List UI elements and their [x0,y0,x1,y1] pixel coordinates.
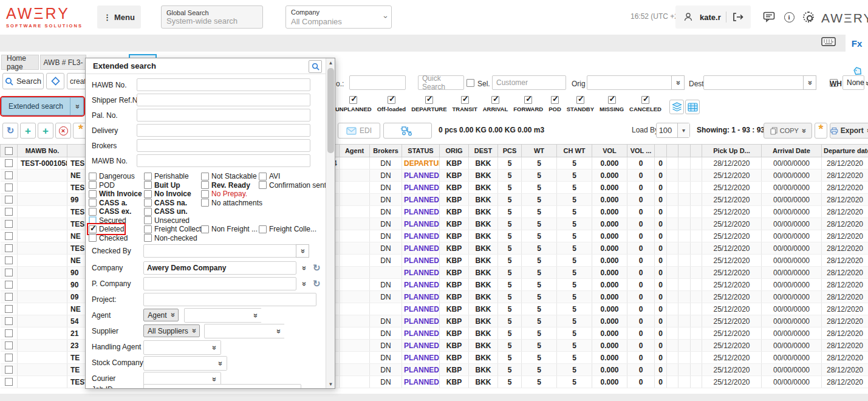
status-checkbox[interactable] [461,96,469,104]
create-button[interactable]: creat [67,73,87,89]
delete-button[interactable] [55,123,71,139]
checkbox[interactable] [259,181,267,189]
job-id-input[interactable] [143,384,301,389]
checkbox[interactable] [201,173,209,180]
search-button[interactable]: Search [2,73,44,89]
row-checkbox[interactable] [5,244,13,252]
filter-checkbox-perishable[interactable]: Perishable [144,172,189,180]
row-checkbox[interactable] [5,293,13,301]
dialog-search-button[interactable] [309,60,322,73]
column-header-blank[interactable] [691,145,702,157]
filter-checkbox-unsecured[interactable]: Unsecured [144,216,190,225]
status-checkbox[interactable] [608,96,616,104]
extended-search-button[interactable]: Extended search [1,97,84,115]
status-filter-canceled[interactable]: CANCELED [629,96,661,112]
global-search-input[interactable]: Global Search System-wide search [161,5,263,29]
scroll-up-icon[interactable]: ▲ [326,58,335,67]
filter-checkbox-cass-a-[interactable]: CASS a. [89,199,128,207]
layers-view-button[interactable] [669,100,684,114]
add-alt-button[interactable] [38,123,53,139]
checked-by-dropdown[interactable] [296,244,309,258]
orig-input[interactable] [587,75,672,90]
row-select-cell[interactable] [1,352,18,364]
column-header-DEST[interactable]: DEST [469,145,498,157]
status-filter-arrival[interactable]: ARRIVAL [483,96,508,112]
project-input[interactable] [143,293,316,306]
row-checkbox[interactable] [5,341,13,349]
company-select[interactable]: Company All Companies [285,5,392,29]
status-checkbox[interactable] [425,96,433,104]
status-filter-pod[interactable]: POD [548,96,561,112]
forklift-button[interactable] [383,123,432,139]
status-filter-departure[interactable]: DEPARTURE [411,96,446,112]
filter-checkbox-dangerous[interactable]: Dangerous [89,172,135,180]
row-select-cell[interactable] [1,194,18,206]
sel-checkbox[interactable] [466,79,474,87]
filter-checkbox-buit-up[interactable]: Buit Up [144,181,180,190]
column-header-blank[interactable] [667,145,678,157]
scrollbar-thumb[interactable] [327,68,334,153]
row-checkbox[interactable] [5,208,13,216]
column-header-Arrival Date[interactable]: Arrival Date [762,145,822,157]
tab-home-page[interactable]: Home page [1,55,39,70]
copy-button[interactable]: COPY [764,123,812,139]
status-checkbox[interactable] [524,96,532,104]
status-checkbox[interactable] [576,96,584,104]
mawb-no--input[interactable] [137,154,310,167]
row-select-cell[interactable] [1,206,18,218]
clear-filters-eraser-button[interactable] [46,73,64,89]
filter-checkbox-no-invoice[interactable]: No Invoice [144,190,191,198]
column-header-Departure date[interactable]: Departure date [822,145,868,157]
edi-button[interactable]: EDI [338,123,380,139]
column-header-CH WT[interactable]: CH WT [557,145,592,157]
row-checkbox[interactable] [5,317,13,325]
column-header-Pick Up D...[interactable]: Pick Up D... [702,145,762,157]
user-chip[interactable]: kate.r [675,5,751,29]
status-checkbox[interactable] [388,96,395,104]
filter-checkbox-freight-colle-[interactable]: Freight Colle... [259,225,316,233]
row-select-cell[interactable] [1,327,18,340]
filter-checkbox-cass-un-[interactable]: CASS un. [144,207,188,216]
status-filter-off-loaded[interactable]: Off-loaded [377,96,406,112]
filter-checkbox-cass-na-[interactable]: CASS na. [144,199,187,207]
checkbox[interactable] [144,234,152,242]
checkbox[interactable] [89,199,97,207]
filter-checkbox-avi[interactable]: AVI [259,172,280,180]
table-view-button[interactable] [685,100,700,114]
column-header-VOL[interactable]: VOL [592,145,627,157]
row-select-cell[interactable] [1,218,18,230]
checkbox[interactable] [259,173,267,180]
menu-button[interactable]: Menu [97,5,141,29]
checkbox[interactable] [144,208,152,216]
row-checkbox[interactable] [5,196,13,204]
filter-checkbox-non-freight-[interactable]: Non Freight ... [201,225,258,233]
filter-checkbox-pod[interactable]: POD [89,181,115,190]
orig-dropdown-button[interactable] [671,75,685,90]
column-header-Agent[interactable]: Agent [340,145,370,157]
checkbox[interactable] [201,190,209,198]
checkbox[interactable] [89,181,97,189]
row-checkbox[interactable] [5,232,13,240]
status-checkbox[interactable] [641,96,649,104]
dest-dropdown-button[interactable] [803,75,816,90]
filter-checkbox-checked[interactable]: Checked [89,234,128,242]
status-checkbox[interactable] [551,96,559,104]
quick-search-input[interactable]: Quick Search [418,75,464,90]
select-all-checkbox[interactable] [5,147,13,155]
row-checkbox[interactable] [5,171,13,179]
filter-checkbox-non-checked[interactable]: Non-checked [144,234,197,242]
status-filter-forward[interactable]: FORWARD [513,96,543,112]
row-checkbox[interactable] [5,256,13,264]
company-dropdown-chevron-icon[interactable] [299,266,307,270]
chat-icon[interactable] [762,10,776,24]
column-header-WT[interactable]: WT [522,145,557,157]
wh-select[interactable]: None [842,75,864,90]
row-select-cell[interactable] [1,364,18,376]
dialog-scrollbar[interactable]: ▲ ▼ [326,58,335,388]
dest-input[interactable] [703,75,804,90]
row-checkbox[interactable] [5,354,13,362]
row-select-cell[interactable] [1,291,18,303]
row-checkbox[interactable] [5,305,13,313]
column-header-Brokers[interactable]: Brokers [370,145,402,157]
row-checkbox[interactable] [5,366,13,374]
